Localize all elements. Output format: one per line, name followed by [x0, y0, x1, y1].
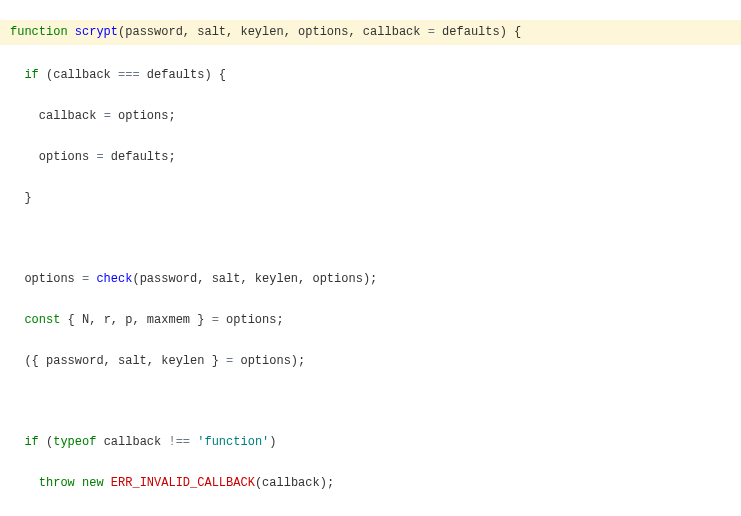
- code-line: throw new ERR_INVALID_CALLBACK(callback)…: [10, 473, 731, 493]
- keyword-throw: throw: [39, 476, 75, 490]
- code-text: callback: [10, 109, 104, 123]
- code-text: [75, 476, 82, 490]
- function-name: scrypt: [75, 25, 118, 39]
- operator: ===: [118, 68, 140, 82]
- keyword-new: new: [82, 476, 104, 490]
- code-text: callback: [96, 435, 168, 449]
- code-text: options;: [219, 313, 284, 327]
- code-text: ): [269, 435, 276, 449]
- code-text: }: [10, 191, 32, 205]
- code-text: { N, r, p, maxmem }: [60, 313, 211, 327]
- code-text: (password, salt, keylen, options, callba…: [118, 25, 428, 39]
- keyword-typeof: typeof: [53, 435, 96, 449]
- code-line: ({ password, salt, keylen } = options);: [10, 351, 731, 371]
- code-text: (callback);: [255, 476, 334, 490]
- code-line: }: [10, 188, 731, 208]
- operator: =: [428, 25, 435, 39]
- code-text: defaults) {: [140, 68, 226, 82]
- code-line: if (callback === defaults) {: [10, 65, 731, 85]
- code-text: (: [39, 435, 53, 449]
- code-text: options;: [111, 109, 176, 123]
- code-line-blank: [10, 391, 731, 411]
- code-text: [104, 476, 111, 490]
- code-line-1: function scrypt(password, salt, keylen, …: [0, 20, 741, 44]
- code-line: callback = options;: [10, 106, 731, 126]
- code-text: options: [10, 150, 96, 164]
- code-line: options = check(password, salt, keylen, …: [10, 269, 731, 289]
- code-text: ({ password, salt, keylen }: [10, 354, 226, 368]
- code-line: const { N, r, p, maxmem } = options;: [10, 310, 731, 330]
- error-constructor: ERR_INVALID_CALLBACK: [111, 476, 255, 490]
- code-text: (callback: [39, 68, 118, 82]
- code-line-blank: [10, 228, 731, 248]
- operator: =: [96, 150, 103, 164]
- keyword-if: if: [24, 68, 38, 82]
- keyword-const: const: [24, 313, 60, 327]
- code-text: (password, salt, keylen, options);: [132, 272, 377, 286]
- keyword-function: function: [10, 25, 68, 39]
- function-call: check: [96, 272, 132, 286]
- code-line: options = defaults;: [10, 147, 731, 167]
- string-literal: 'function': [197, 435, 269, 449]
- keyword-if: if: [24, 435, 38, 449]
- code-text: defaults;: [104, 150, 176, 164]
- code-line: if (typeof callback !== 'function'): [10, 432, 731, 452]
- code-text: options);: [233, 354, 305, 368]
- code-text: defaults) {: [435, 25, 521, 39]
- operator: !==: [168, 435, 190, 449]
- code-text: options: [10, 272, 82, 286]
- operator: =: [104, 109, 111, 123]
- code-block: function scrypt(password, salt, keylen, …: [0, 0, 741, 516]
- operator: =: [212, 313, 219, 327]
